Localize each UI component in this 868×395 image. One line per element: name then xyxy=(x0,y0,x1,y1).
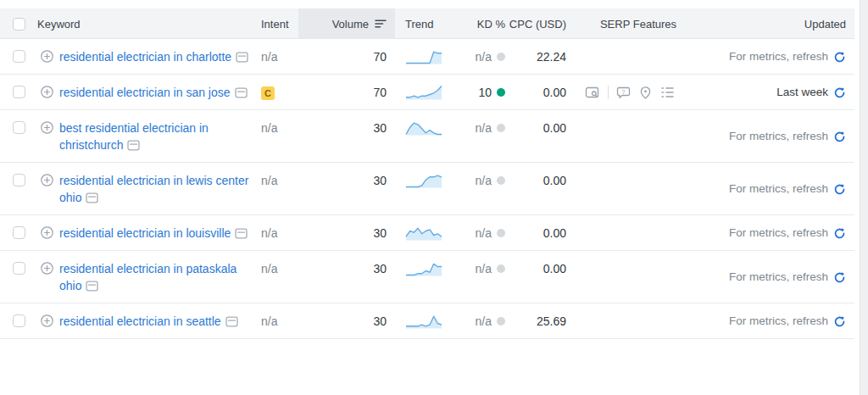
refresh-metrics-button[interactable]: For metrics, refresh xyxy=(729,313,846,330)
keyword-link[interactable]: residential electrician in san jose xyxy=(59,84,248,101)
intent-value: n/a xyxy=(261,314,277,328)
add-keyword-button[interactable] xyxy=(41,50,53,63)
sort-descending-icon xyxy=(375,19,387,29)
add-keyword-button[interactable] xyxy=(41,86,53,98)
row-checkbox-cell xyxy=(0,215,37,250)
serp-snippet-icon[interactable] xyxy=(127,140,140,151)
row-checkbox[interactable] xyxy=(13,174,25,186)
intent-cell: n/a xyxy=(254,110,298,162)
column-header-volume[interactable]: Volume xyxy=(298,8,395,39)
updated-label: For metrics, refresh xyxy=(729,225,828,242)
refresh-icon xyxy=(833,51,846,64)
serp-snippet-icon[interactable] xyxy=(235,228,248,239)
serp-features-cell xyxy=(573,215,704,250)
refresh-metrics-button[interactable]: For metrics, refresh xyxy=(729,172,846,206)
updated-label: For metrics, refresh xyxy=(729,269,828,286)
add-keyword-button[interactable] xyxy=(41,174,53,186)
refresh-metrics-button[interactable]: For metrics, refresh xyxy=(729,120,846,153)
trend-sparkline xyxy=(405,259,462,277)
intent-cell: n/a xyxy=(254,251,298,303)
serp-snippet-icon[interactable] xyxy=(235,87,248,98)
select-all-checkbox[interactable] xyxy=(13,18,25,31)
kd-cell: n/a xyxy=(462,215,509,250)
row-checkbox[interactable] xyxy=(13,86,25,98)
intent-cell: n/a xyxy=(254,39,298,74)
table-row: residential electrician in louisville n/… xyxy=(0,215,854,251)
serp-snippet-icon[interactable] xyxy=(236,52,248,63)
row-checkbox[interactable] xyxy=(13,262,25,275)
refresh-metrics-button[interactable]: For metrics, refresh xyxy=(729,260,846,294)
svg-text:?: ? xyxy=(622,89,626,95)
keyword-link[interactable]: residential electrician in louisville xyxy=(59,225,248,242)
intent-value: n/a xyxy=(261,262,277,275)
add-keyword-button[interactable] xyxy=(41,314,53,327)
cpc-cell: 22.24 xyxy=(509,39,573,74)
keyword-text: residential electrician in seattle xyxy=(59,314,221,328)
keyword-table-page: Keyword Intent Volume Trend KD % CPC (US… xyxy=(0,0,868,395)
volume-cell: 30 xyxy=(298,215,395,250)
column-header-keyword[interactable]: Keyword xyxy=(37,8,254,39)
column-header-cpc[interactable]: CPC (USD) xyxy=(509,8,573,39)
table-row: residential electrician in san jose C 70… xyxy=(0,75,854,110)
column-header-trend[interactable]: Trend xyxy=(395,8,462,39)
row-checkbox-cell xyxy=(0,251,37,303)
refresh-metrics-button[interactable]: For metrics, refresh xyxy=(729,225,846,242)
add-keyword-button[interactable] xyxy=(41,262,53,275)
scrollbar-gutter[interactable] xyxy=(860,0,868,395)
column-header-kd[interactable]: KD % xyxy=(462,8,509,39)
trend-sparkline xyxy=(405,170,462,189)
updated-label: For metrics, refresh xyxy=(729,128,828,145)
add-keyword-button[interactable] xyxy=(41,121,53,134)
row-checkbox[interactable] xyxy=(13,226,25,239)
volume-cell: 30 xyxy=(298,110,395,162)
serp-snippet-icon[interactable] xyxy=(225,316,238,327)
header-checkbox-cell xyxy=(0,8,37,39)
related-list-icon xyxy=(660,86,676,99)
serp-features-cell xyxy=(573,303,704,338)
add-keyword-button[interactable] xyxy=(41,226,53,239)
kd-cell: n/a xyxy=(462,303,509,338)
table-row: residential electrician in pataskala ohi… xyxy=(0,251,854,303)
row-checkbox[interactable] xyxy=(13,121,25,134)
updated-cell: For metrics, refresh xyxy=(704,251,854,303)
keyword-link[interactable]: residential electrician in seattle xyxy=(59,313,238,330)
trend-sparkline xyxy=(405,82,462,101)
refresh-metrics-button[interactable]: Last week xyxy=(776,84,846,101)
people-also-ask-icon: ? xyxy=(616,86,631,100)
refresh-icon xyxy=(833,271,846,284)
serp-preview-icon[interactable] xyxy=(585,86,600,100)
cpc-cell: 0.00 xyxy=(509,75,573,109)
intent-cell: n/a xyxy=(254,215,298,250)
row-checkbox[interactable] xyxy=(13,314,25,327)
volume-cell: 70 xyxy=(298,39,395,74)
keyword-link[interactable]: residential electrician in pataskala ohi… xyxy=(59,260,254,294)
cpc-cell: 0.00 xyxy=(509,110,573,162)
trend-cell xyxy=(395,215,462,250)
volume-cell: 30 xyxy=(298,251,395,303)
row-checkbox[interactable] xyxy=(13,50,25,63)
serp-snippet-icon[interactable] xyxy=(86,192,98,203)
row-checkbox-cell xyxy=(0,163,37,214)
updated-label: Last week xyxy=(776,84,828,101)
serp-features-cell: ? xyxy=(573,75,704,109)
serp-features-cell xyxy=(573,39,704,74)
volume-cell: 70 xyxy=(298,75,395,109)
refresh-metrics-button[interactable]: For metrics, refresh xyxy=(729,48,846,65)
intent-value: C xyxy=(261,86,275,100)
keyword-link[interactable]: residential electrician in lewis center … xyxy=(59,172,254,206)
keyword-link[interactable]: best residential electrician in christch… xyxy=(59,120,254,153)
kd-difficulty-dot xyxy=(497,53,505,61)
trend-cell xyxy=(395,110,462,162)
kd-cell: n/a xyxy=(462,163,509,214)
updated-cell: For metrics, refresh xyxy=(704,215,854,250)
updated-cell: For metrics, refresh xyxy=(704,110,854,162)
column-header-updated[interactable]: Updated xyxy=(704,8,854,39)
kd-difficulty-dot xyxy=(497,88,505,97)
keyword-link[interactable]: residential electrician in charlotte xyxy=(59,48,248,65)
table-row: best residential electrician in christch… xyxy=(0,110,854,163)
serp-snippet-icon[interactable] xyxy=(86,281,98,292)
refresh-icon xyxy=(833,131,846,143)
intent-cell: n/a xyxy=(254,303,298,338)
column-header-intent[interactable]: Intent xyxy=(254,8,298,39)
column-header-serp-features[interactable]: SERP Features xyxy=(573,8,704,39)
